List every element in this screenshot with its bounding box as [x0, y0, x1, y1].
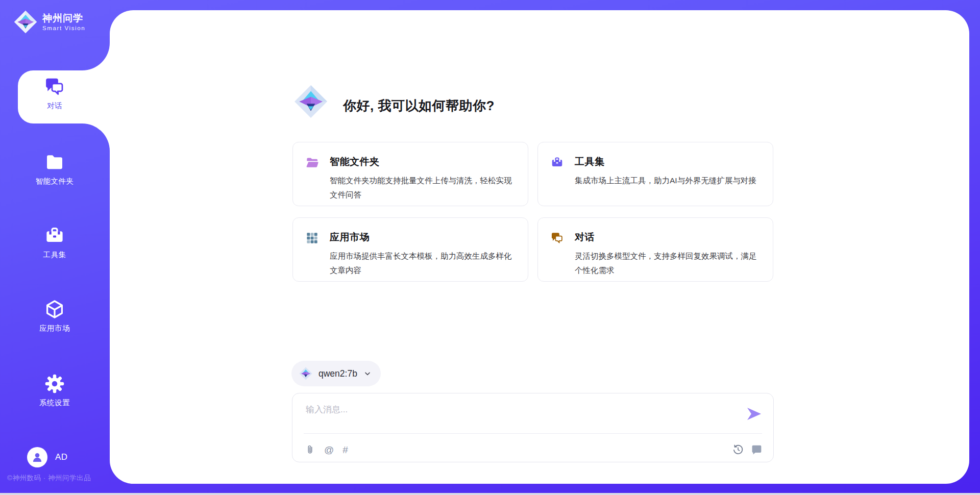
card-description: 灵活切换多模型文件，支持多样回复效果调试，满足个性化需求 [575, 249, 758, 278]
avatar[interactable] [27, 447, 47, 467]
brand-subtitle: Smart Vision [42, 25, 85, 31]
sidebar-item-app-market[interactable]: 应用市场 [2, 299, 107, 333]
gear-icon [44, 374, 65, 394]
folder-open-icon [306, 156, 318, 169]
brand-name: 神州问学 [42, 13, 85, 24]
card-title: 应用市场 [330, 231, 513, 244]
greeting-title: 你好, 我可以如何帮助你? [343, 97, 495, 115]
chevron-down-icon [363, 369, 372, 378]
attachment-icon[interactable] [305, 444, 315, 455]
user-initials: AD [55, 452, 68, 462]
history-icon[interactable] [732, 444, 744, 455]
sidebar-item-label: 对话 [47, 101, 62, 111]
grid-icon [306, 232, 318, 244]
person-icon [31, 451, 44, 464]
hero-diamond-logo [294, 85, 328, 118]
message-composer: @ # [292, 393, 774, 462]
sidebar-item-chat[interactable]: 对话 [2, 77, 107, 111]
message-input[interactable] [305, 401, 736, 419]
folder-icon [44, 152, 65, 172]
card-smart-folder[interactable]: 智能文件夹 智能文件夹功能支持批量文件上传与清洗，轻松实现文件问答 [292, 142, 528, 206]
model-name: qwen2:7b [318, 368, 357, 379]
model-selector[interactable]: qwen2:7b [291, 361, 381, 386]
feedback-icon[interactable] [751, 444, 762, 455]
card-description: 智能文件夹功能支持批量文件上传与清洗，轻松实现文件问答 [330, 174, 513, 202]
sidebar-item-label: 应用市场 [39, 324, 70, 333]
sidebar-item-label: 系统设置 [39, 398, 70, 408]
model-diamond-logo [299, 367, 312, 380]
card-title: 智能文件夹 [330, 155, 513, 168]
cube-icon [44, 299, 65, 319]
card-description: 集成市场上主流工具，助力AI与外界无缝扩展与对接 [575, 174, 758, 188]
send-icon[interactable] [746, 406, 762, 422]
toolbox-icon [44, 226, 65, 246]
bottom-edge-line [0, 493, 980, 495]
chat-bubbles-icon [44, 77, 65, 97]
brand: 神州问学 Smart Vision [14, 10, 85, 34]
card-chat[interactable]: 对话 灵活切换多模型文件，支持多样回复效果调试，满足个性化需求 [537, 217, 773, 282]
composer-divider [304, 433, 762, 434]
brand-diamond-logo [14, 10, 37, 34]
mention-icon[interactable]: @ [324, 445, 334, 455]
user-row[interactable]: AD [27, 447, 68, 467]
toolbox-icon [551, 156, 564, 169]
topic-icon[interactable]: # [342, 445, 348, 455]
sidebar-item-label: 工具集 [43, 250, 66, 260]
card-description: 应用市场提供丰富长文本模板，助力高效生成多样化文章内容 [330, 249, 513, 278]
sidebar-item-toolset[interactable]: 工具集 [2, 226, 107, 260]
card-title: 工具集 [575, 155, 758, 168]
card-title: 对话 [575, 231, 758, 244]
sidebar-item-label: 智能文件夹 [36, 177, 74, 186]
sidebar-item-smart-folder[interactable]: 智能文件夹 [2, 152, 107, 186]
composer-toolbar: @ # [305, 440, 762, 459]
card-app-market[interactable]: 应用市场 应用市场提供丰富长文本模板，助力高效生成多样化文章内容 [292, 217, 528, 282]
sidebar-item-settings[interactable]: 系统设置 [2, 374, 107, 408]
card-toolset[interactable]: 工具集 集成市场上主流工具，助力AI与外界无缝扩展与对接 [537, 142, 773, 206]
chat-bubbles-icon [551, 232, 564, 244]
copyright: ©神州数码 · 神州问学出品 [7, 474, 91, 483]
